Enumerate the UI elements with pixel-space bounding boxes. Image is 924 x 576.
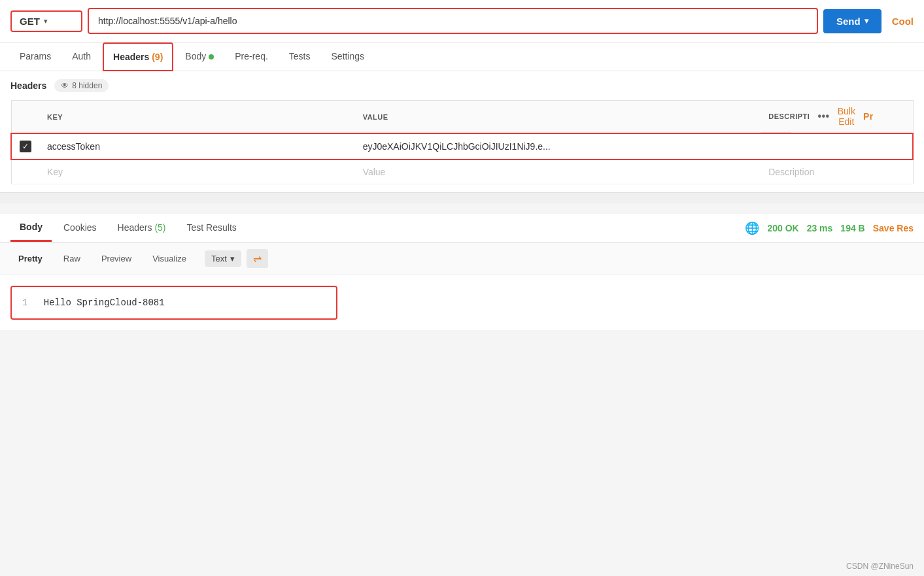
checkbox-checked-icon: ✓: [20, 141, 31, 152]
response-size: 194 B: [840, 223, 864, 233]
header-placeholder-key[interactable]: Key: [39, 160, 355, 184]
header-checkbox-cell[interactable]: ✓: [11, 133, 39, 160]
wrap-icon: ⇌: [253, 253, 262, 264]
save-response-button[interactable]: Save Res: [873, 223, 914, 233]
th-description: DESCRIPTI ••• Bulk Edit Pr: [761, 101, 791, 133]
tab-params[interactable]: Params: [10, 43, 60, 71]
section-divider: [0, 193, 924, 203]
top-bar: GET ▾ Send ▾ Cool: [0, 0, 924, 42]
format-tab-preview[interactable]: Preview: [94, 250, 139, 267]
header-placeholder-row: Key Value Description: [11, 160, 913, 184]
text-format-arrow: ▾: [230, 254, 235, 263]
line-number: 1: [22, 297, 27, 308]
headers-title: Headers: [10, 80, 46, 91]
headers-section: Headers 👁 8 hidden KEY VALUE DESCRIPTI •…: [0, 71, 924, 193]
th-key: KEY: [39, 101, 355, 134]
method-label: GET: [20, 16, 40, 27]
globe-icon: 🌐: [745, 221, 759, 235]
tab-body[interactable]: Body: [176, 43, 223, 71]
header-placeholder-desc[interactable]: Description: [761, 160, 913, 184]
th-value: VALUE: [355, 101, 761, 134]
response-body-inner: 1 Hello SpringCloud-8081: [10, 286, 337, 320]
headers-table-header: KEY VALUE DESCRIPTI ••• Bulk Edit Pr: [11, 101, 913, 134]
th-checkbox: [11, 101, 39, 134]
response-tabs-bar: Body Cookies Headers (5) Test Results 🌐 …: [0, 214, 924, 243]
header-placeholder-value[interactable]: Value: [355, 160, 761, 184]
method-selector[interactable]: GET ▾: [10, 10, 82, 32]
response-section: Body Cookies Headers (5) Test Results 🌐 …: [0, 214, 924, 330]
headers-top: Headers 👁 8 hidden: [10, 79, 914, 92]
tab-headers[interactable]: Headers (9): [103, 42, 173, 71]
response-body: 1 Hello SpringCloud-8081: [0, 275, 924, 330]
resp-tab-cookies[interactable]: Cookies: [54, 214, 106, 242]
body-format-bar: Pretty Raw Preview Visualize Text ▾ ⇌: [0, 243, 924, 275]
format-tab-pretty[interactable]: Pretty: [10, 250, 50, 267]
response-time: 23 ms: [807, 223, 833, 233]
response-status: 200 OK: [767, 223, 798, 233]
resp-tab-test-results[interactable]: Test Results: [178, 214, 246, 242]
headers-table: KEY VALUE DESCRIPTI ••• Bulk Edit Pr ✓: [10, 100, 914, 184]
method-dropdown-arrow: ▾: [44, 17, 48, 25]
header-key-cell[interactable]: accessToken: [39, 133, 355, 160]
bulk-edit-button[interactable]: Bulk Edit: [838, 106, 855, 127]
wrap-button[interactable]: ⇌: [247, 249, 268, 268]
response-text: Hello SpringCloud-8081: [44, 297, 165, 308]
resp-tab-headers[interactable]: Headers (5): [109, 214, 175, 242]
text-format-dropdown[interactable]: Text ▾: [205, 250, 241, 267]
cool-label: Cool: [887, 16, 914, 27]
tab-prereq[interactable]: Pre-req.: [226, 43, 277, 71]
more-icon[interactable]: •••: [817, 110, 829, 122]
send-button[interactable]: Send ▾: [823, 9, 881, 33]
format-tab-raw[interactable]: Raw: [56, 250, 88, 267]
send-dropdown-arrow: ▾: [864, 16, 868, 25]
request-tabs-bar: Params Auth Headers (9) Body Pre-req. Te…: [0, 42, 924, 71]
tab-auth[interactable]: Auth: [63, 43, 100, 71]
response-meta: 🌐 200 OK 23 ms 194 B Save Res: [745, 221, 914, 235]
eye-icon: 👁: [61, 81, 69, 90]
hidden-headers-badge[interactable]: 👁 8 hidden: [54, 79, 109, 92]
tab-settings[interactable]: Settings: [322, 43, 374, 71]
url-input-wrapper: [88, 8, 818, 34]
url-input[interactable]: [89, 9, 817, 33]
header-placeholder-checkbox: [11, 160, 39, 184]
format-tab-visualize[interactable]: Visualize: [145, 250, 194, 267]
header-desc-cell[interactable]: [761, 133, 913, 160]
header-row-access-token: ✓ accessToken eyJ0eXAiOiJKV1QiLCJhbGciOi…: [11, 133, 913, 160]
header-value-cell[interactable]: eyJ0eXAiOiJKV1QiLCJhbGciOiJIUzI1NiJ9.e..…: [355, 133, 761, 160]
resp-tab-body[interactable]: Body: [10, 214, 52, 242]
pr-label: Pr: [863, 111, 874, 122]
tab-tests[interactable]: Tests: [280, 43, 320, 71]
